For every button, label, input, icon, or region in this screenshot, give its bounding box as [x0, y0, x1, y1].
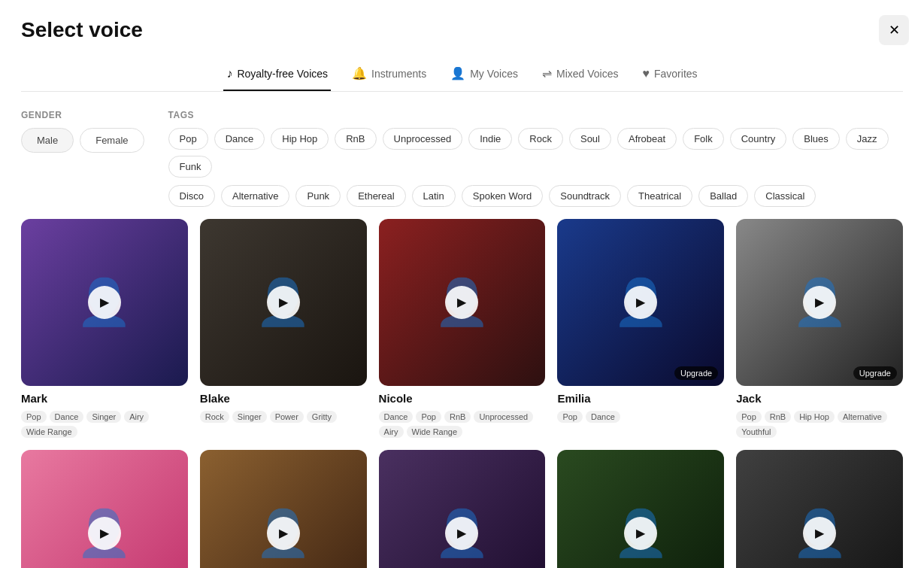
voice-tag: Power — [270, 411, 304, 423]
tab-mixed-voices[interactable]: ⇌ Mixed Voices — [539, 60, 621, 91]
voice-card-nicole[interactable]: 👤 ▶ Nicole Dance Pop RnB Unprocessed Air… — [379, 219, 546, 438]
voice-name-emilia: Emilia — [557, 392, 724, 405]
voice-card-theodore[interactable]: 👤 ▶ Upgrade Theodore Soul Deep Funk Old … — [736, 450, 903, 568]
tag-blues[interactable]: Blues — [792, 128, 840, 150]
tag-jazz[interactable]: Jazz — [846, 128, 889, 150]
tab-royalty-free[interactable]: ♪ Royalty-free Voices — [223, 60, 331, 91]
card-image-nicole: 👤 ▶ — [379, 219, 546, 386]
tag-rnb[interactable]: RnB — [335, 128, 376, 150]
tag-latin[interactable]: Latin — [412, 185, 456, 207]
play-button-jack[interactable]: ▶ — [803, 286, 836, 319]
voice-name-mark: Mark — [21, 392, 188, 405]
voice-tag: Hip Hop — [794, 411, 835, 423]
gender-label: GENDER — [21, 110, 144, 120]
voice-tag: RnB — [444, 411, 471, 423]
play-button-mark[interactable]: ▶ — [88, 286, 121, 319]
voice-card-thomas[interactable]: 👤 ▶ Upgrade Thomas Unprocessed Pop Dance… — [557, 450, 724, 568]
play-icon: ▶ — [636, 526, 645, 540]
tag-indie[interactable]: Indie — [468, 128, 512, 150]
person-silhouette: 👤 — [736, 450, 903, 568]
play-icon: ▶ — [457, 295, 466, 309]
voice-tag: Alternative — [838, 411, 887, 423]
heart-icon: ♥ — [642, 67, 650, 80]
play-icon: ▶ — [815, 526, 824, 540]
tag-punk[interactable]: Punk — [295, 185, 341, 207]
voice-card-alyssa[interactable]: 👤 ▶ Upgrade Alyssa RnB Hip Hop Pop Unpro… — [21, 450, 188, 568]
tag-country[interactable]: Country — [730, 128, 787, 150]
gender-filter: GENDER Male Female — [21, 110, 144, 207]
upgrade-badge-emilia: Upgrade — [674, 366, 718, 380]
person-silhouette: 👤 — [200, 450, 367, 568]
close-icon: ✕ — [889, 22, 900, 38]
card-image-blake: 👤 ▶ — [200, 219, 367, 386]
tags-row-1: Pop Dance Hip Hop RnB Unprocessed Indie … — [168, 128, 903, 178]
voice-card-amina[interactable]: 👤 ▶ Upgrade Amina Unprocessed Jazz Indie… — [200, 450, 367, 568]
tag-disco[interactable]: Disco — [168, 185, 216, 207]
card-image-jack: 👤 ▶ Upgrade — [736, 219, 903, 386]
tag-ballad[interactable]: Ballad — [698, 185, 748, 207]
voice-card-blake[interactable]: 👤 ▶ Blake Rock Singer Power Gritty — [200, 219, 367, 438]
tag-spoken-word[interactable]: Spoken Word — [462, 185, 544, 207]
tag-afrobeat[interactable]: Afrobeat — [617, 128, 677, 150]
voice-card-jack[interactable]: 👤 ▶ Upgrade Jack Pop RnB Hip Hop Alterna… — [736, 219, 903, 438]
play-button-alyssa[interactable]: ▶ — [88, 517, 121, 550]
close-button[interactable]: ✕ — [879, 15, 909, 45]
tag-folk[interactable]: Folk — [683, 128, 724, 150]
play-button-nicole[interactable]: ▶ — [445, 286, 478, 319]
tag-theatrical[interactable]: Theatrical — [627, 185, 692, 207]
voice-tag: Pop — [736, 411, 762, 423]
voice-tags-jack: Pop RnB Hip Hop Alternative Youthful — [736, 411, 903, 438]
play-button-emilia[interactable]: ▶ — [624, 286, 657, 319]
voice-tag: Wide Range — [407, 426, 463, 438]
voice-card-emilia[interactable]: 👤 ▶ Upgrade Emilia Pop Dance — [557, 219, 724, 438]
tag-dance[interactable]: Dance — [214, 128, 265, 150]
person-silhouette: 👤 — [21, 450, 188, 568]
tag-classical[interactable]: Classical — [754, 185, 816, 207]
upgrade-badge-jack: Upgrade — [853, 366, 897, 380]
play-button-blake[interactable]: ▶ — [267, 286, 300, 319]
tags-filter: TAGS Pop Dance Hip Hop RnB Unprocessed I… — [168, 110, 903, 207]
voice-card-mark[interactable]: 👤 ▶ Mark Pop Dance Singer Airy Wide Rang… — [21, 219, 188, 438]
tag-soundtrack[interactable]: Soundtrack — [549, 185, 621, 207]
tag-hiphop[interactable]: Hip Hop — [271, 128, 329, 150]
tag-ethereal[interactable]: Ethereal — [347, 185, 405, 207]
voice-tag: RnB — [765, 411, 791, 423]
voice-tags-mark: Pop Dance Singer Airy Wide Range — [21, 411, 188, 438]
play-icon: ▶ — [279, 526, 288, 540]
tag-funk[interactable]: Funk — [168, 156, 213, 178]
gender-female-btn[interactable]: Female — [80, 128, 144, 153]
voice-name-blake: Blake — [200, 392, 367, 405]
card-image-june: 👤 ▶ Upgrade — [379, 450, 546, 568]
card-image-mark: 👤 ▶ — [21, 219, 188, 386]
person-silhouette: 👤 — [557, 450, 724, 568]
voice-tag: Singer — [86, 411, 121, 423]
voice-tags-emilia: Pop Dance — [557, 411, 724, 423]
tag-unprocessed[interactable]: Unprocessed — [383, 128, 463, 150]
filters-row: GENDER Male Female TAGS Pop Dance Hip Ho… — [21, 110, 903, 207]
bell-icon: 🔔 — [352, 66, 367, 80]
voice-name-nicole: Nicole — [379, 392, 546, 405]
tag-rock[interactable]: Rock — [518, 128, 563, 150]
voice-tags-blake: Rock Singer Power Gritty — [200, 411, 367, 423]
voice-name-jack: Jack — [736, 392, 903, 405]
voice-tag: Rock — [200, 411, 229, 423]
tag-alternative[interactable]: Alternative — [221, 185, 289, 207]
tab-favorites[interactable]: ♥ Favorites — [639, 60, 700, 91]
play-button-amina[interactable]: ▶ — [267, 517, 300, 550]
voice-tag: Singer — [232, 411, 267, 423]
tab-instruments[interactable]: 🔔 Instruments — [349, 60, 429, 91]
play-button-june[interactable]: ▶ — [445, 517, 478, 550]
play-button-thomas[interactable]: ▶ — [624, 517, 657, 550]
person-icon: 👤 — [450, 66, 465, 80]
play-button-theodore[interactable]: ▶ — [803, 517, 836, 550]
tags-label: TAGS — [168, 110, 903, 120]
gender-male-btn[interactable]: Male — [21, 128, 74, 153]
tab-my-voices[interactable]: 👤 My Voices — [447, 60, 521, 91]
voice-card-june[interactable]: 👤 ▶ Upgrade June Soul Blues Jazz Singer … — [379, 450, 546, 568]
play-icon: ▶ — [815, 295, 824, 309]
tag-pop[interactable]: Pop — [168, 128, 208, 150]
gender-buttons: Male Female — [21, 128, 144, 153]
voice-cards-grid: 👤 ▶ Mark Pop Dance Singer Airy Wide Rang… — [21, 219, 903, 568]
shuffle-icon: ⇌ — [542, 66, 552, 80]
tag-soul[interactable]: Soul — [569, 128, 611, 150]
